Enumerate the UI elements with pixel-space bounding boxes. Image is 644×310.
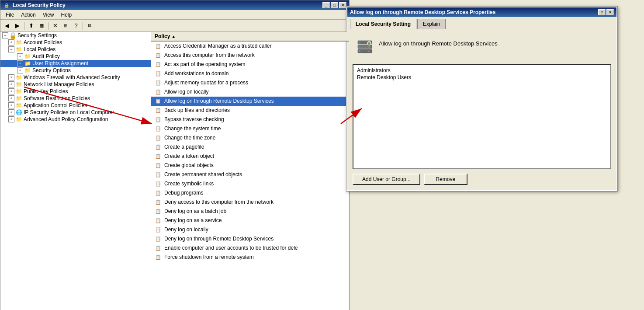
- tree-item-local-policies[interactable]: − 📁 Local Policies: [0, 46, 151, 53]
- policy-icon-7: 📋: [155, 107, 162, 114]
- list-item[interactable]: 📋 Add workstations to domain: [151, 69, 349, 78]
- list-item[interactable]: 📋 Create permanent shared objects: [151, 170, 349, 179]
- tree-item-audit-policy[interactable]: + 📁 Audit Policy: [0, 53, 151, 60]
- list-item[interactable]: 📋 Create symbolic links: [151, 179, 349, 188]
- menu-view[interactable]: View: [39, 11, 58, 19]
- toolbar-export-button[interactable]: 🖥: [85, 21, 94, 31]
- user-item-remote-desktop[interactable]: Remote Desktop Users: [355, 74, 609, 81]
- local-expand-btn[interactable]: −: [8, 46, 14, 52]
- toolbar: ◀ ▶ ⬆ ▦ ✕ ⊞ ? 🖥: [0, 20, 349, 32]
- policy-icon-21: 📋: [155, 235, 162, 242]
- ipsec-expand-btn[interactable]: +: [8, 109, 14, 115]
- remove-button[interactable]: Remove: [424, 174, 467, 185]
- mmc-minimize-button[interactable]: _: [322, 2, 330, 8]
- policy-icon-15: 📋: [155, 180, 162, 187]
- tree-item-user-rights[interactable]: + 📁 User Rights Assignment: [0, 60, 151, 67]
- network-expand-btn[interactable]: +: [8, 81, 14, 87]
- tree-item-app-control[interactable]: + 📁 Application Control Policies: [0, 102, 151, 109]
- mmc-title-icon: 🔒: [3, 2, 10, 9]
- list-item-highlighted[interactable]: 📋 Allow log on through Remote Desktop Se…: [151, 97, 349, 106]
- firewall-folder-icon: 📁: [15, 74, 22, 80]
- policy-icon-9: 📋: [155, 125, 162, 132]
- policy-column-header[interactable]: Policy ▲: [155, 33, 176, 39]
- toolbar-delete-button[interactable]: ✕: [50, 21, 60, 31]
- root-expand-btn[interactable]: −: [2, 32, 8, 38]
- audit-folder-icon: 📁: [24, 53, 31, 59]
- list-item[interactable]: 📋 Access this computer from the network: [151, 51, 349, 60]
- software-folder-icon: 📁: [15, 95, 22, 101]
- advaudit-expand-btn[interactable]: +: [8, 116, 14, 122]
- props-help-button[interactable]: ?: [598, 9, 606, 15]
- list-item[interactable]: 📋 Deny log on as a service: [151, 216, 349, 225]
- security-options-expand-btn[interactable]: +: [17, 67, 23, 73]
- toolbar-help-button[interactable]: ?: [71, 21, 81, 31]
- user-label-administrators: Administrators: [357, 67, 391, 73]
- software-restriction-label: Software Restriction Policies: [24, 95, 90, 101]
- list-item[interactable]: 📋 Change the system time: [151, 124, 349, 133]
- list-item[interactable]: 📋 Create a token object: [151, 152, 349, 161]
- list-item[interactable]: 📋 Create global objects: [151, 161, 349, 170]
- menu-file[interactable]: File: [2, 11, 17, 19]
- list-item[interactable]: 📋 Bypass traverse checking: [151, 115, 349, 124]
- list-item[interactable]: 📋 Enable computer and user accounts to b…: [151, 244, 349, 253]
- network-list-label: Network List Manager Policies: [24, 81, 94, 87]
- firewall-expand-btn[interactable]: +: [8, 74, 14, 80]
- list-item[interactable]: 📋 Allow log on locally: [151, 87, 349, 97]
- toolbar-forward-button[interactable]: ▶: [13, 21, 22, 31]
- users-listbox[interactable]: Administrators Remote Desktop Users: [353, 64, 611, 169]
- policy-icon-11: 📋: [155, 143, 162, 150]
- tree-item-windows-firewall[interactable]: + 📁 Windows Firewall with Advanced Secur…: [0, 74, 151, 81]
- tree-item-security-options[interactable]: + 📁 Security Options: [0, 67, 151, 74]
- policy-label-8: Bypass traverse checking: [164, 116, 224, 122]
- tree-item-public-key[interactable]: + 📁 Public Key Policies: [0, 88, 151, 95]
- mmc-win-controls: _ □ ✕: [322, 2, 346, 8]
- toolbar-up-button[interactable]: ⬆: [26, 21, 36, 31]
- appcontrol-expand-btn[interactable]: +: [8, 102, 14, 108]
- list-item[interactable]: 📋 Force shutdown from a remote system: [151, 253, 349, 262]
- toolbar-back-button[interactable]: ◀: [2, 21, 12, 31]
- software-expand-btn[interactable]: +: [8, 95, 14, 101]
- audit-expand-btn[interactable]: +: [17, 53, 23, 59]
- account-expand-btn[interactable]: +: [8, 39, 14, 45]
- security-options-label: Security Options: [32, 67, 71, 73]
- list-item[interactable]: 📋 Act as part of the operating system: [151, 60, 349, 69]
- list-item[interactable]: 📋 Deny log on as a batch job: [151, 207, 349, 216]
- policy-icon-5: 📋: [155, 88, 162, 95]
- list-item[interactable]: 📋 Debug programs: [151, 188, 349, 198]
- menu-action[interactable]: Action: [17, 11, 39, 19]
- tree-item-network-list[interactable]: + 📁 Network List Manager Policies: [0, 81, 151, 88]
- add-user-group-button[interactable]: Add User or Group...: [353, 174, 420, 185]
- props-close-button[interactable]: ✕: [606, 9, 614, 15]
- tab-local-security-setting[interactable]: Local Security Setting: [350, 19, 416, 29]
- tree-root[interactable]: − 🔒 Security Settings: [0, 32, 151, 39]
- tree-item-account-policies[interactable]: + 📁 Account Policies: [0, 39, 151, 46]
- toolbar-properties-button[interactable]: ⊞: [61, 21, 70, 31]
- menu-help[interactable]: Help: [58, 11, 76, 19]
- tab-explain[interactable]: Explain: [417, 19, 446, 29]
- list-item[interactable]: 📋 Deny log on locally: [151, 225, 349, 234]
- mmc-close-button[interactable]: ✕: [339, 2, 346, 8]
- mmc-titlebar: 🔒 Local Security Policy _ □ ✕: [0, 0, 349, 10]
- tree-item-advanced-audit[interactable]: + 📁 Advanced Audit Policy Configuration: [0, 116, 151, 123]
- mmc-maximize-button[interactable]: □: [331, 2, 338, 8]
- list-item[interactable]: 📋 Adjust memory quotas for a process: [151, 78, 349, 87]
- policy-label-12: Create a token object: [164, 153, 214, 159]
- list-item[interactable]: 📋 Back up files and directories: [151, 106, 349, 115]
- list-item[interactable]: 📋 Deny access to this computer from the …: [151, 198, 349, 207]
- list-item[interactable]: 📋 Change the time zone: [151, 133, 349, 143]
- svg-rect-4: [359, 46, 360, 48]
- list-item[interactable]: 📋 Create a pagefile: [151, 143, 349, 152]
- pubkey-expand-btn[interactable]: +: [8, 88, 14, 94]
- tree-item-software-restriction[interactable]: + 📁 Software Restriction Policies: [0, 95, 151, 102]
- policy-header-label: Policy: [155, 33, 170, 39]
- user-item-administrators[interactable]: Administrators: [355, 67, 609, 74]
- toolbar-show-hide-button[interactable]: ▦: [37, 21, 46, 31]
- tree-item-ip-security[interactable]: + 🌐 IP Security Policies on Local Comput…: [0, 109, 151, 116]
- list-item[interactable]: 📋 Deny log on through Remote Desktop Ser…: [151, 234, 349, 244]
- policy-icon-23: 📋: [155, 254, 162, 261]
- policy-label-3: Add workstations to domain: [164, 70, 229, 77]
- user-rights-expand-btn[interactable]: +: [17, 60, 23, 66]
- list-item[interactable]: 📋 Access Credential Manager as a trusted…: [151, 42, 349, 51]
- server-icon: [356, 38, 374, 56]
- audit-policy-label: Audit Policy: [32, 53, 60, 59]
